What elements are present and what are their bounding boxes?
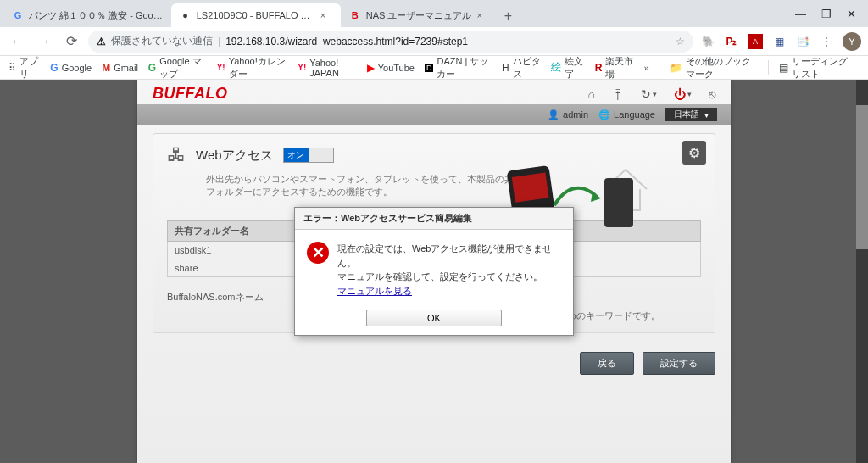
error-icon: ✕ [307,242,329,264]
other-bookmarks[interactable]: 📁その他のブックマーク [670,55,759,81]
maximize-icon[interactable]: ❐ [821,8,832,20]
tab-title: LS210D9C0 - BUFFALO LinkStati… [197,10,315,20]
back-button[interactable]: ← [7,31,27,52]
new-tab-button[interactable]: + [497,5,519,27]
menu-icon[interactable]: ⋮ [819,34,834,49]
bookmark-item[interactable]: MGmail [102,62,138,74]
apps-button[interactable]: ⠿アプリ [8,55,40,81]
browser-tab[interactable]: B NAS ユーザーマニュアル × [341,3,498,27]
browser-tab-strip: G パンツ 綿１００％ 激安 - Goo… ● LS210D9C0 - BUFF… [0,0,868,27]
ext-icon[interactable]: P₂ [724,34,739,49]
bookmark-item[interactable]: 絵絵文字 [551,55,585,81]
security-label: 保護されていない通信 [111,34,213,48]
forward-button: → [34,31,54,52]
modal-message-line: 現在の設定では、Webアクセス機能が使用できません。 [337,242,561,270]
ok-button[interactable]: OK [366,310,502,326]
browser-tab-active[interactable]: ● LS210D9C0 - BUFFALO LinkStati… × [171,3,341,27]
favicon-icon: G [12,9,24,21]
tab-title: パンツ 綿１００％ 激安 - Goo… [29,9,163,22]
manual-link[interactable]: マニュアルを見る [337,286,412,296]
close-icon[interactable]: × [320,10,332,20]
favicon-icon: ● [180,9,192,21]
extension-icons: 🐘 P₂ A ▦ 📑 ⋮ Y [700,32,861,51]
bookmark-item[interactable]: GGoogle [50,62,92,74]
favicon-icon: B [349,9,361,21]
modal-message-line: マニュアルを確認して、設定を行ってください。 [337,270,561,284]
star-icon[interactable]: ☆ [676,36,685,47]
bookmark-item[interactable]: R楽天市場 [595,55,634,81]
bookmark-item[interactable]: ▶YouTube [367,62,415,74]
bookmark-item[interactable]: Y!Yahoo! JAPAN [298,58,357,78]
bookmark-item[interactable]: DDAZN | サッカー [425,55,492,81]
viewport: BUFFALO ⌂ ⭱ ↻▾ ⏻▾ ⎋ 👤admin 🌐Language 日本語… [0,80,868,463]
bookmark-overflow[interactable]: » [644,63,649,73]
reading-list[interactable]: ▤リーディング リスト [779,55,860,81]
bookmark-item[interactable]: GGoogle マップ [148,55,207,81]
modal-overlay: エラー：Webアクセスサービス簡易編集 ✕ 現在の設定では、Webアクセス機能が… [0,80,868,463]
pdf-ext-icon[interactable]: A [748,34,763,49]
close-window-icon[interactable]: ✕ [847,8,856,20]
not-secure-icon: ⚠ [97,36,106,47]
reload-button[interactable]: ⟳ [61,31,81,52]
address-bar: ← → ⟳ ⚠ 保護されていない通信 | 192.168.10.3/wizard… [0,27,868,56]
minimize-icon[interactable]: — [795,8,806,20]
bookmarks-bar: ⠿アプリ GGoogle MGmail GGoogle マップ Y!Yahoo!… [0,56,868,80]
tab-title: NAS ユーザーマニュアル [366,9,472,22]
profile-avatar[interactable]: Y [843,32,861,51]
modal-title: エラー：Webアクセスサービス簡易編集 [295,208,573,230]
ext-icon[interactable]: 📑 [795,34,810,49]
browser-tab[interactable]: G パンツ 綿１００％ 激安 - Goo… [3,3,171,27]
ext-icon[interactable]: ▦ [771,34,787,49]
url-text: 192.168.10.3/wizard_webaccess.html?id=72… [225,36,468,47]
close-icon[interactable]: × [476,10,488,20]
bookmark-item[interactable]: Y!Yahoo!カレンダー [217,55,288,81]
omnibox[interactable]: ⚠ 保護されていない通信 | 192.168.10.3/wizard_webac… [88,31,693,53]
error-modal: エラー：Webアクセスサービス簡易編集 ✕ 現在の設定では、Webアクセス機能が… [294,207,574,336]
window-controls: — ❐ ✕ [783,0,868,27]
evernote-ext-icon[interactable]: 🐘 [700,34,715,49]
bookmark-item[interactable]: Hハピタス [502,55,541,81]
